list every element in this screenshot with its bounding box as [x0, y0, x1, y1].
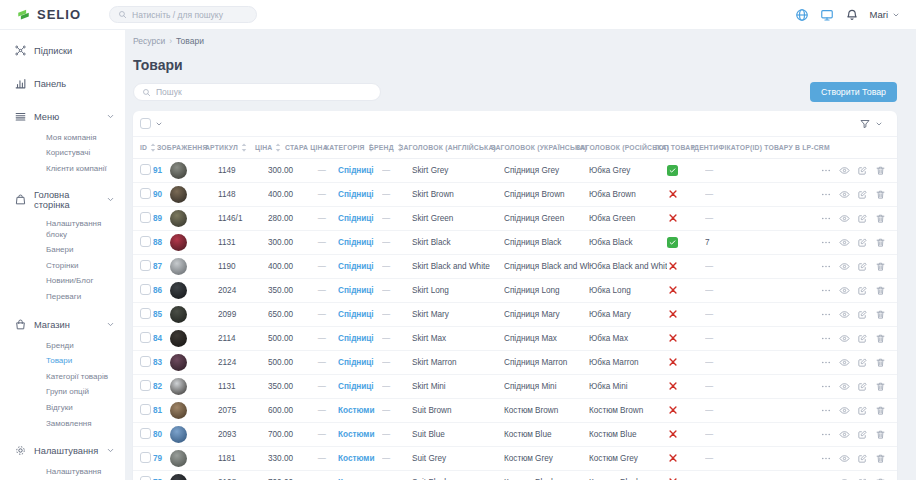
edit-icon[interactable]: [857, 165, 868, 176]
filter-button[interactable]: [859, 118, 883, 130]
product-image[interactable]: [170, 186, 187, 203]
edit-icon[interactable]: [857, 453, 868, 464]
row-id-link[interactable]: 83: [153, 358, 162, 367]
edit-icon[interactable]: [857, 285, 868, 296]
product-image[interactable]: [170, 330, 187, 347]
column-header-art[interactable]: АРТИКУЛ: [205, 143, 255, 152]
edit-icon[interactable]: [857, 237, 868, 248]
row-id-link[interactable]: 80: [153, 430, 162, 439]
sidebar-subitem[interactable]: Налаштування магазину: [0, 464, 125, 480]
view-icon[interactable]: [839, 285, 850, 296]
delete-icon[interactable]: [875, 309, 886, 320]
create-product-button[interactable]: Створити Товар: [810, 82, 897, 102]
sidebar-subitem[interactable]: Відгуки: [0, 400, 125, 416]
sidebar-subitem[interactable]: Банери: [0, 243, 125, 259]
product-image[interactable]: [170, 354, 187, 371]
category-link[interactable]: Спідниці: [338, 358, 374, 367]
product-image[interactable]: [170, 258, 187, 275]
product-image[interactable]: [170, 282, 187, 299]
edit-icon[interactable]: [857, 333, 868, 344]
category-link[interactable]: Спідниці: [338, 286, 374, 295]
row-checkbox[interactable]: [140, 332, 151, 343]
sidebar-item-subscriptions[interactable]: Підписки: [0, 38, 125, 63]
view-icon[interactable]: [839, 213, 850, 224]
table-search[interactable]: [133, 83, 381, 101]
sidebar-item-dashboard[interactable]: Панель: [0, 71, 125, 96]
row-checkbox[interactable]: [140, 476, 151, 480]
product-image[interactable]: [170, 402, 187, 419]
select-all-chevron-icon[interactable]: [155, 120, 163, 128]
sidebar-item-settings[interactable]: Налаштування: [0, 438, 125, 463]
sidebar-subitem[interactable]: Переваги: [0, 289, 125, 305]
sidebar-subitem[interactable]: Групи опцій: [0, 385, 125, 401]
delete-icon[interactable]: [875, 453, 886, 464]
more-actions-icon[interactable]: [820, 333, 832, 344]
row-checkbox[interactable]: [140, 308, 151, 319]
row-id-link[interactable]: 88: [153, 238, 162, 247]
sidebar-subitem[interactable]: Користувачі: [0, 146, 125, 162]
row-id-link[interactable]: 85: [153, 310, 162, 319]
view-icon[interactable]: [839, 261, 850, 272]
site-monitor-icon[interactable]: [820, 8, 834, 22]
sidebar-item-menu[interactable]: Меню: [0, 104, 125, 129]
category-link[interactable]: Спідниці: [338, 382, 374, 391]
delete-icon[interactable]: [875, 237, 886, 248]
view-icon[interactable]: [839, 429, 850, 440]
global-search-input[interactable]: [132, 10, 248, 20]
more-actions-icon[interactable]: [820, 213, 832, 224]
delete-icon[interactable]: [875, 381, 886, 392]
more-actions-icon[interactable]: [820, 285, 832, 296]
edit-icon[interactable]: [857, 213, 868, 224]
more-actions-icon[interactable]: [820, 309, 832, 320]
more-actions-icon[interactable]: [820, 165, 832, 176]
row-id-link[interactable]: 79: [153, 454, 162, 463]
product-image[interactable]: [170, 162, 187, 179]
delete-icon[interactable]: [875, 357, 886, 368]
category-link[interactable]: Спідниці: [338, 214, 374, 223]
row-checkbox[interactable]: [140, 164, 151, 175]
language-globe-icon[interactable]: [795, 8, 809, 22]
row-id-link[interactable]: 91: [153, 166, 162, 175]
sidebar-item-shop[interactable]: Магазин: [0, 312, 125, 337]
sort-icon[interactable]: [150, 143, 156, 152]
sort-icon[interactable]: [275, 143, 281, 152]
logo[interactable]: SELIO: [16, 7, 81, 22]
delete-icon[interactable]: [875, 189, 886, 200]
delete-icon[interactable]: [875, 429, 886, 440]
row-checkbox[interactable]: [140, 404, 151, 415]
view-icon[interactable]: [839, 333, 850, 344]
product-image[interactable]: [170, 426, 187, 443]
sidebar-subitem[interactable]: Сторінки: [0, 258, 125, 274]
category-link[interactable]: Спідниці: [338, 310, 374, 319]
sidebar-subitem[interactable]: Моя компанія: [0, 130, 125, 146]
edit-icon[interactable]: [857, 357, 868, 368]
row-checkbox[interactable]: [140, 236, 151, 247]
sidebar-item-home-page[interactable]: Головна сторінка: [0, 184, 125, 216]
sidebar-subitem[interactable]: Клієнти компанії: [0, 161, 125, 177]
sidebar-subitem[interactable]: Новини/Блог: [0, 274, 125, 290]
column-header-id[interactable]: ID: [140, 143, 157, 152]
view-icon[interactable]: [839, 237, 850, 248]
edit-icon[interactable]: [857, 261, 868, 272]
select-all-checkbox[interactable]: [140, 118, 151, 129]
table-search-input[interactable]: [156, 87, 372, 97]
category-link[interactable]: Костюми: [338, 430, 374, 439]
sidebar-subitem[interactable]: Налаштування блоку: [0, 217, 125, 243]
more-actions-icon[interactable]: [820, 237, 832, 248]
row-checkbox[interactable]: [140, 260, 151, 271]
row-id-link[interactable]: 89: [153, 214, 162, 223]
edit-icon[interactable]: [857, 429, 868, 440]
row-checkbox[interactable]: [140, 356, 151, 367]
more-actions-icon[interactable]: [820, 357, 832, 368]
row-checkbox[interactable]: [140, 188, 151, 199]
notifications-bell-icon[interactable]: [845, 8, 859, 22]
delete-icon[interactable]: [875, 405, 886, 416]
edit-icon[interactable]: [857, 309, 868, 320]
category-link[interactable]: Спідниці: [338, 238, 374, 247]
product-image[interactable]: [170, 378, 187, 395]
breadcrumb-resources[interactable]: Ресурси: [133, 36, 165, 46]
view-icon[interactable]: [839, 165, 850, 176]
sort-icon[interactable]: [241, 143, 247, 152]
row-checkbox[interactable]: [140, 284, 151, 295]
category-link[interactable]: Спідниці: [338, 334, 374, 343]
